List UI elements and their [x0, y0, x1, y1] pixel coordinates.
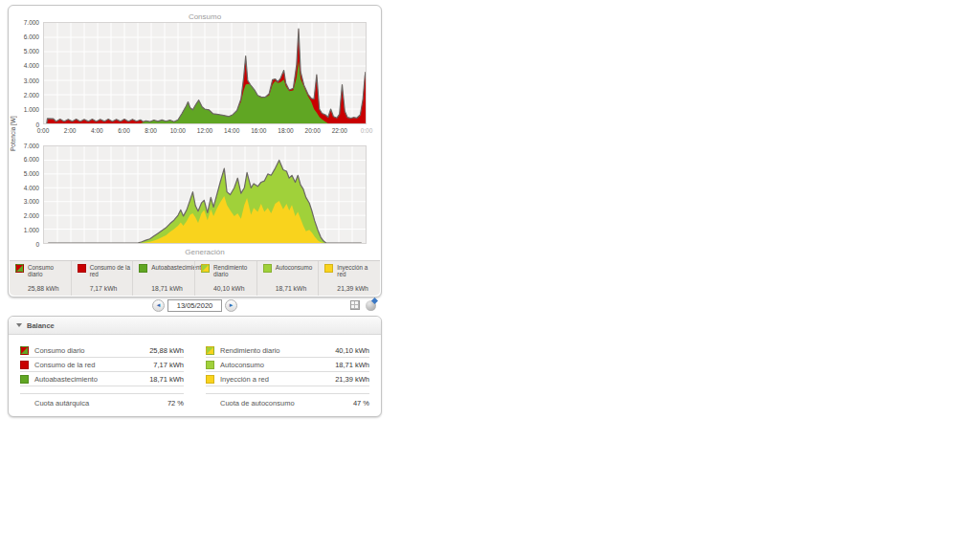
yellow-swatch	[324, 264, 333, 273]
y-tick-label: 5.000	[9, 170, 39, 177]
chart-title-generacion: Generación	[43, 248, 367, 256]
y-tick-label: 2.000	[9, 212, 39, 219]
legend-value: 18,71 kWh	[151, 285, 192, 293]
chart-legend: Consumo diario25,88 kWhConsumo de la red…	[10, 260, 380, 296]
balance-row-value: 25,88 kWh	[149, 346, 184, 355]
balance-row-value: 7,17 kWh	[153, 361, 184, 369]
y-tick-label: 2.000	[9, 92, 39, 99]
y-tick-label: 1.000	[9, 227, 39, 233]
chart-title-consumo: Consumo	[43, 12, 367, 21]
legend-item: Inyección a red21,39 kWh	[318, 261, 380, 296]
screen: Consumo Potencia [W] 7.0006.0005.0004.00…	[0, 0, 980, 551]
green-swatch	[139, 264, 147, 273]
balance-title: Balance	[27, 321, 55, 330]
balance-row: Autoabastecimiento18,71 kWh	[20, 372, 184, 386]
balance-panel: Balance Consumo diario25,88 kWhConsumo d…	[8, 316, 382, 417]
legend-item: Autoconsumo18,71 kWh	[256, 261, 319, 296]
balance-row-value: 21,39 kWh	[335, 375, 369, 384]
y-tick-label: 3.000	[9, 198, 39, 205]
balance-row-label: Autoabastecimiento	[34, 375, 98, 384]
balance-row: Consumo diario25,88 kWh	[20, 343, 184, 358]
balance-header[interactable]: Balance	[9, 317, 381, 335]
balance-total-value: 47 %	[353, 399, 369, 408]
legend-label: Rendimiento diario	[213, 264, 255, 277]
legend-label: Consumo de la red	[90, 264, 131, 277]
x-tick-label: 0:00	[351, 127, 382, 134]
split-red-green-swatch	[15, 264, 24, 273]
y-tick-label: 5.000	[9, 48, 39, 55]
legend-value: 21,39 kWh	[337, 285, 378, 293]
globe-publish-icon[interactable]	[366, 300, 376, 311]
y-tick-label: 1.000	[9, 106, 39, 113]
balance-row-value: 18,71 kWh	[335, 361, 369, 369]
legend-value: 25,88 kWh	[28, 285, 69, 293]
y-tick-label: 0	[9, 241, 39, 248]
y-tick-label: 4.000	[9, 62, 39, 69]
date-input[interactable]	[167, 299, 222, 312]
balance-row-label: Rendimiento diario	[220, 346, 280, 355]
legend-item: Rendimiento diario40,10 kWh	[194, 261, 256, 296]
balance-row-swatch	[206, 375, 214, 384]
balance-row: Rendimiento diario40,10 kWh	[206, 343, 369, 358]
balance-row-swatch	[20, 375, 29, 384]
balance-total-value: 72 %	[167, 399, 184, 408]
balance-row-label: Consumo diario	[34, 346, 85, 355]
legend-label: Consumo diario	[28, 264, 69, 277]
legend-value: 40,10 kWh	[213, 285, 255, 293]
balance-total-row: Cuota autárquica72 %	[20, 393, 184, 408]
legend-item: Autoabastecimiento18,71 kWh	[132, 261, 194, 296]
legend-item: Consumo diario25,88 kWh	[10, 261, 71, 296]
balance-row-value: 40,10 kWh	[335, 346, 369, 355]
balance-row-value: 18,71 kWh	[149, 375, 184, 384]
table-view-icon[interactable]	[350, 300, 360, 310]
red-swatch	[78, 264, 86, 273]
balance-row-label: Inyección a red	[220, 375, 269, 384]
legend-value: 7,17 kWh	[90, 285, 131, 293]
legend-label: Inyección a red	[337, 264, 378, 277]
balance-row-swatch	[206, 346, 214, 355]
generacion-chart[interactable]	[43, 145, 367, 244]
consumo-chart[interactable]	[43, 22, 367, 124]
split-green-yellow-swatch	[201, 264, 210, 273]
balance-row-swatch	[20, 361, 29, 369]
prev-day-button[interactable]: ◄	[152, 299, 165, 312]
balance-row-swatch	[20, 346, 29, 355]
y-axis-label: Potencia [W]	[8, 22, 17, 245]
legend-value: 18,71 kWh	[276, 285, 317, 293]
next-day-button[interactable]: ►	[225, 299, 237, 312]
y-tick-label: 4.000	[9, 185, 39, 191]
toolbar-icons	[350, 299, 382, 311]
y-tick-label: 7.000	[9, 143, 39, 149]
y-tick-label: 3.000	[9, 77, 39, 84]
y-tick-label: 7.000	[9, 19, 39, 26]
legend-label: Autoconsumo	[276, 264, 313, 273]
balance-row-label: Consumo de la red	[34, 361, 95, 369]
balance-left-column: Consumo diario25,88 kWhConsumo de la red…	[20, 343, 184, 408]
lightgreen-swatch	[263, 264, 272, 273]
balance-total-row: Cuota de autoconsumo47 %	[206, 393, 369, 408]
legend-item: Consumo de la red7,17 kWh	[71, 261, 133, 296]
date-navigation: ◄ ►	[8, 298, 382, 313]
balance-row: Consumo de la red7,17 kWh	[20, 358, 184, 372]
y-tick-label: 6.000	[9, 156, 39, 163]
balance-row: Autoconsumo18,71 kWh	[206, 358, 369, 372]
balance-total-label: Cuota de autoconsumo	[220, 399, 295, 408]
balance-row-swatch	[206, 361, 214, 369]
balance-right-column: Rendimiento diario40,10 kWhAutoconsumo18…	[206, 343, 369, 408]
balance-row: Inyección a red21,39 kWh	[206, 372, 369, 386]
chart-panel: Consumo Potencia [W] 7.0006.0005.0004.00…	[8, 5, 382, 298]
balance-total-label: Cuota autárquica	[34, 399, 89, 408]
balance-row-label: Autoconsumo	[220, 361, 264, 369]
y-tick-label: 6.000	[9, 33, 39, 40]
collapse-caret-icon	[16, 323, 22, 327]
